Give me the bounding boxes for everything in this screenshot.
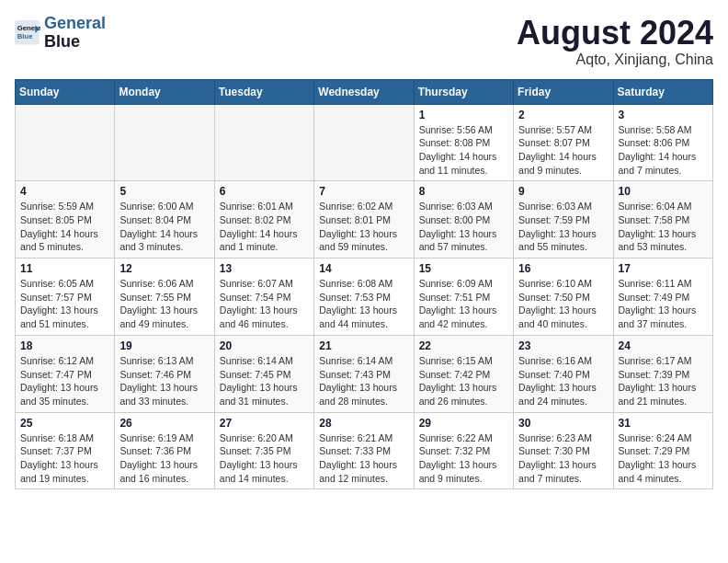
day-number: 17 [619,262,708,275]
day-number: 29 [419,417,508,430]
calendar-cell: 7Sunrise: 6:02 AMSunset: 8:01 PMDaylight… [314,181,414,259]
day-number: 30 [518,417,608,430]
day-info: Sunrise: 6:16 AMSunset: 7:40 PMDaylight:… [518,354,608,408]
day-info: Sunrise: 6:08 AMSunset: 7:53 PMDaylight:… [319,277,408,331]
day-number: 23 [518,339,608,352]
day-number: 16 [518,262,608,275]
day-info: Sunrise: 6:23 AMSunset: 7:30 PMDaylight:… [518,431,608,486]
calendar-cell: 11Sunrise: 6:05 AMSunset: 7:57 PMDayligh… [16,259,115,336]
day-number: 21 [319,339,408,352]
day-info: Sunrise: 5:57 AMSunset: 8:07 PMDaylight:… [518,123,608,178]
logo-text: GeneralBlue [44,15,106,52]
day-header-friday: Friday [514,79,613,104]
day-number: 9 [518,185,608,198]
day-header-thursday: Thursday [414,79,513,104]
calendar-cell: 21Sunrise: 6:14 AMSunset: 7:43 PMDayligh… [314,335,414,412]
location-subtitle: Aqto, Xinjiang, China [517,52,713,68]
calendar-cell: 1Sunrise: 5:56 AMSunset: 8:08 PMDaylight… [414,104,513,181]
day-number: 28 [319,417,408,430]
day-header-saturday: Saturday [613,79,712,104]
calendar-cell: 25Sunrise: 6:18 AMSunset: 7:37 PMDayligh… [16,412,115,489]
day-info: Sunrise: 6:04 AMSunset: 7:58 PMDaylight:… [619,200,708,254]
day-info: Sunrise: 6:09 AMSunset: 7:51 PMDaylight:… [419,277,508,331]
day-number: 20 [220,339,309,352]
day-number: 18 [20,339,109,352]
calendar-cell: 24Sunrise: 6:17 AMSunset: 7:39 PMDayligh… [613,335,712,412]
day-number: 2 [518,109,608,121]
day-number: 24 [619,339,708,352]
day-info: Sunrise: 6:07 AMSunset: 7:54 PMDaylight:… [220,277,309,331]
day-info: Sunrise: 6:01 AMSunset: 8:02 PMDaylight:… [220,200,309,254]
calendar-cell: 27Sunrise: 6:20 AMSunset: 7:35 PMDayligh… [214,412,313,489]
day-number: 4 [20,185,109,198]
calendar-cell: 16Sunrise: 6:10 AMSunset: 7:50 PMDayligh… [514,259,613,336]
day-number: 25 [20,417,109,430]
calendar-week-3: 11Sunrise: 6:05 AMSunset: 7:57 PMDayligh… [16,259,713,336]
day-info: Sunrise: 6:13 AMSunset: 7:46 PMDaylight:… [119,354,209,408]
day-number: 10 [619,185,708,198]
day-number: 26 [119,417,209,430]
logo-icon: General Blue [15,20,40,46]
day-info: Sunrise: 6:10 AMSunset: 7:50 PMDaylight:… [518,277,608,331]
day-number: 5 [119,185,209,198]
day-info: Sunrise: 5:56 AMSunset: 8:08 PMDaylight:… [419,123,508,178]
calendar-cell: 2Sunrise: 5:57 AMSunset: 8:07 PMDaylight… [514,104,613,181]
day-info: Sunrise: 6:05 AMSunset: 7:57 PMDaylight:… [20,277,109,331]
day-number: 13 [220,262,309,275]
calendar-cell: 9Sunrise: 6:03 AMSunset: 7:59 PMDaylight… [514,181,613,259]
day-info: Sunrise: 6:15 AMSunset: 7:42 PMDaylight:… [419,354,508,408]
day-number: 1 [419,109,508,121]
day-info: Sunrise: 6:06 AMSunset: 7:55 PMDaylight:… [119,277,209,331]
day-header-monday: Monday [115,79,214,104]
calendar-cell: 14Sunrise: 6:08 AMSunset: 7:53 PMDayligh… [314,259,414,336]
calendar-header-row: SundayMondayTuesdayWednesdayThursdayFrid… [16,79,713,104]
calendar-cell: 5Sunrise: 6:00 AMSunset: 8:04 PMDaylight… [115,181,214,259]
calendar-cell [115,104,214,181]
calendar-cell [214,104,313,181]
day-info: Sunrise: 6:03 AMSunset: 7:59 PMDaylight:… [518,200,608,254]
day-header-tuesday: Tuesday [214,79,313,104]
day-info: Sunrise: 6:14 AMSunset: 7:45 PMDaylight:… [220,354,309,408]
day-info: Sunrise: 6:14 AMSunset: 7:43 PMDaylight:… [319,354,408,408]
day-info: Sunrise: 5:58 AMSunset: 8:06 PMDaylight:… [619,123,708,178]
day-info: Sunrise: 6:22 AMSunset: 7:32 PMDaylight:… [419,431,508,486]
calendar-cell: 26Sunrise: 6:19 AMSunset: 7:36 PMDayligh… [115,412,214,489]
day-number: 19 [119,339,209,352]
calendar-cell: 22Sunrise: 6:15 AMSunset: 7:42 PMDayligh… [414,335,513,412]
day-info: Sunrise: 6:12 AMSunset: 7:47 PMDaylight:… [20,354,109,408]
day-info: Sunrise: 6:17 AMSunset: 7:39 PMDaylight:… [619,354,708,408]
day-info: Sunrise: 6:21 AMSunset: 7:33 PMDaylight:… [319,431,408,486]
day-number: 6 [220,185,309,198]
calendar-cell: 28Sunrise: 6:21 AMSunset: 7:33 PMDayligh… [314,412,414,489]
calendar-cell: 19Sunrise: 6:13 AMSunset: 7:46 PMDayligh… [115,335,214,412]
day-number: 14 [319,262,408,275]
day-info: Sunrise: 6:18 AMSunset: 7:37 PMDaylight:… [20,431,109,486]
calendar-week-4: 18Sunrise: 6:12 AMSunset: 7:47 PMDayligh… [16,335,713,412]
day-header-sunday: Sunday [16,79,115,104]
calendar-cell: 8Sunrise: 6:03 AMSunset: 8:00 PMDaylight… [414,181,513,259]
day-number: 27 [220,417,309,430]
page-header: General Blue GeneralBlue August 2024 Aqt… [15,15,713,68]
day-number: 8 [419,185,508,198]
calendar-cell: 10Sunrise: 6:04 AMSunset: 7:58 PMDayligh… [613,181,712,259]
day-header-wednesday: Wednesday [314,79,414,104]
month-year-title: August 2024 [517,15,713,52]
day-info: Sunrise: 6:19 AMSunset: 7:36 PMDaylight:… [119,431,209,486]
day-info: Sunrise: 6:03 AMSunset: 8:00 PMDaylight:… [419,200,508,254]
title-block: August 2024 Aqto, Xinjiang, China [517,15,713,68]
calendar-week-5: 25Sunrise: 6:18 AMSunset: 7:37 PMDayligh… [16,412,713,489]
calendar-cell [314,104,414,181]
day-number: 7 [319,185,408,198]
calendar-cell: 29Sunrise: 6:22 AMSunset: 7:32 PMDayligh… [414,412,513,489]
calendar-cell [16,104,115,181]
day-number: 22 [419,339,508,352]
calendar-cell: 15Sunrise: 6:09 AMSunset: 7:51 PMDayligh… [414,259,513,336]
logo: General Blue GeneralBlue [15,15,106,52]
calendar-cell: 30Sunrise: 6:23 AMSunset: 7:30 PMDayligh… [514,412,613,489]
calendar-cell: 6Sunrise: 6:01 AMSunset: 8:02 PMDaylight… [214,181,313,259]
day-info: Sunrise: 6:24 AMSunset: 7:29 PMDaylight:… [619,431,708,486]
day-info: Sunrise: 6:02 AMSunset: 8:01 PMDaylight:… [319,200,408,254]
calendar-cell: 13Sunrise: 6:07 AMSunset: 7:54 PMDayligh… [214,259,313,336]
calendar-week-1: 1Sunrise: 5:56 AMSunset: 8:08 PMDaylight… [16,104,713,181]
calendar-cell: 18Sunrise: 6:12 AMSunset: 7:47 PMDayligh… [16,335,115,412]
